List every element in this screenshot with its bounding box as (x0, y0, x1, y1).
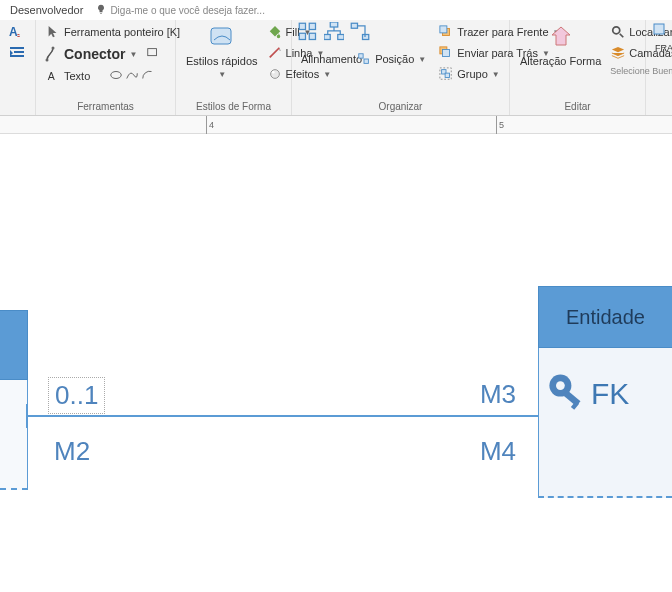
chevron-down-icon: ▼ (218, 70, 226, 79)
right-entity-body[interactable]: FK (538, 348, 672, 498)
connector-tool-button[interactable]: Conector ▼ (42, 44, 140, 64)
svg-point-9 (271, 71, 274, 74)
svg-point-8 (270, 70, 279, 79)
freeform-icon[interactable] (125, 68, 139, 84)
connector-icon (45, 46, 61, 62)
svg-rect-24 (443, 50, 450, 57)
shape-styles-group-label: Estilos de Forma (182, 99, 285, 115)
tab-bar: Desenvolvedor Diga-me o que você deseja … (0, 0, 672, 20)
tools-group-label: Ferramentas (42, 99, 169, 115)
fill-icon (267, 24, 283, 40)
svg-point-3 (52, 47, 55, 50)
multiplicity-0-1[interactable]: 0..1 (48, 377, 105, 414)
text-label: Texto (64, 70, 90, 82)
effects-icon (267, 66, 283, 82)
change-shape-button[interactable]: Alteração Forma (516, 22, 605, 69)
left-entity-body[interactable] (0, 380, 28, 490)
chevron-down-icon: ▼ (129, 50, 137, 59)
multiplicity-m4[interactable]: M4 (474, 434, 522, 469)
entity-title: Entidade (566, 306, 645, 329)
group-arrange: Alinhamento Posição▼ Trazer para Frente▼… (292, 20, 510, 115)
right-entity-header[interactable]: Entidade (538, 286, 672, 348)
change-shape-label: Alteração Forma (520, 55, 601, 67)
pointer-icon (45, 24, 61, 40)
quick-styles-label: Estilos rápidos (186, 55, 258, 67)
fragment-label: FRA (652, 41, 672, 55)
pointer-label: Ferramenta ponteiro [K] (64, 26, 180, 38)
svg-rect-16 (338, 35, 344, 40)
svg-point-31 (556, 381, 565, 390)
arrange-group-label: Organizar (298, 99, 503, 115)
align-grid-icon[interactable] (298, 22, 318, 44)
ribbon: A₂ Ferramenta ponteiro [K] (0, 20, 672, 116)
group-edit: Alteração Forma Localizar▼ Camadas▼ Sele… (510, 20, 646, 115)
font-style-button[interactable]: A₂ (6, 22, 28, 42)
svg-rect-12 (299, 33, 305, 39)
svg-rect-10 (299, 23, 305, 29)
svg-rect-15 (324, 35, 330, 40)
svg-text:₂: ₂ (17, 30, 20, 39)
layers-icon (610, 45, 626, 61)
group-label-blank (6, 110, 29, 115)
group-tools: Ferramenta ponteiro [K] Conector ▼ (36, 20, 176, 115)
connector-label: Conector (64, 46, 125, 62)
left-entity-header[interactable] (0, 310, 28, 380)
group-shape-styles: Estilos rápidos ▼ Fill▼ Linha▼ Efeitos▼ … (176, 20, 292, 115)
arc-icon[interactable] (141, 68, 155, 84)
send-back-icon (438, 45, 454, 61)
group-btn-label: Grupo (457, 68, 488, 80)
svg-rect-20 (364, 59, 368, 63)
lightbulb-icon (95, 4, 107, 16)
search-icon (610, 24, 626, 40)
position-button[interactable]: Posição▼ (353, 49, 429, 69)
org-chart-icon[interactable] (324, 22, 344, 44)
unknown-icon[interactable] (652, 22, 668, 40)
cutoff-group-label (652, 110, 664, 115)
tell-me-search[interactable]: Diga-me o que você deseja fazer... (95, 4, 265, 16)
ellipse-icon[interactable] (109, 68, 123, 84)
svg-rect-22 (440, 26, 447, 33)
connectors-icon[interactable] (350, 22, 370, 44)
group-text-partial: A₂ (0, 20, 36, 115)
ruler-tick-4: 4 (209, 120, 214, 130)
ruler-tick-5: 5 (499, 120, 504, 130)
svg-rect-27 (445, 73, 449, 77)
bring-front-icon (438, 24, 454, 40)
line-icon (267, 45, 283, 61)
multiplicity-m2[interactable]: M2 (48, 434, 96, 469)
svg-text:A: A (48, 70, 55, 82)
change-shape-icon (547, 24, 575, 52)
drawing-canvas[interactable]: Entidade FK 0..1 M3 M2 M4 (0, 134, 672, 592)
group-icon (438, 66, 454, 82)
quick-styles-button[interactable]: Estilos rápidos ▼ (182, 22, 262, 81)
svg-rect-17 (351, 23, 357, 28)
tell-me-placeholder: Diga-me o que você deseja fazer... (110, 5, 265, 16)
horizontal-ruler: 4 5 (0, 116, 672, 134)
svg-rect-14 (330, 22, 338, 27)
svg-point-28 (613, 27, 620, 34)
edit-group-label: Editar (516, 99, 639, 115)
svg-rect-29 (654, 24, 664, 34)
svg-rect-13 (309, 33, 315, 39)
svg-rect-4 (148, 49, 157, 56)
position-label: Posição (375, 53, 414, 65)
key-icon (545, 368, 589, 419)
group-cutoff: FRA (646, 20, 670, 115)
text-icon: A (45, 68, 61, 84)
fk-label: FK (591, 377, 629, 411)
quick-styles-icon (208, 24, 236, 52)
svg-point-6 (111, 72, 122, 79)
tab-developer[interactable]: Desenvolvedor (4, 2, 89, 18)
pointer-tool-button[interactable]: Ferramenta ponteiro [K] (42, 22, 183, 42)
indent-button[interactable] (6, 43, 28, 63)
multiplicity-m3[interactable]: M3 (474, 377, 522, 412)
svg-rect-11 (309, 23, 315, 29)
svg-point-2 (46, 59, 49, 62)
svg-rect-19 (359, 54, 363, 58)
text-tool-button[interactable]: A Texto (42, 66, 93, 86)
font-icon: A₂ (9, 24, 25, 40)
relationship-connector[interactable] (28, 415, 538, 417)
position-icon (356, 51, 372, 67)
rect-icon[interactable] (146, 46, 160, 62)
indent-icon (9, 45, 25, 61)
